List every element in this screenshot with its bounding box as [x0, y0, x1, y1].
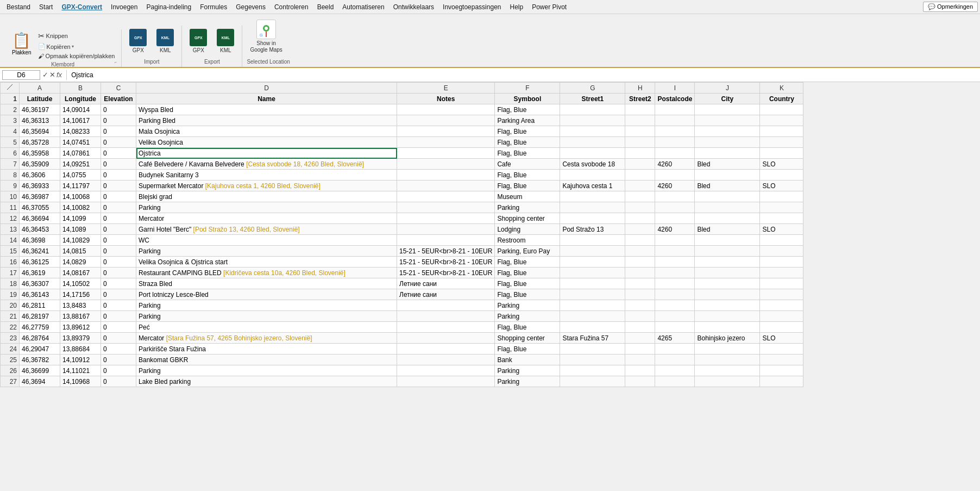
- cell-E22[interactable]: [397, 322, 495, 333]
- menu-help[interactable]: Help: [505, 2, 527, 12]
- cell-J20[interactable]: [695, 300, 760, 311]
- cell-E9[interactable]: [397, 181, 495, 191]
- cell-I5[interactable]: [655, 137, 695, 148]
- cell-D27[interactable]: Lake Bled parking: [136, 376, 397, 387]
- cell-D21[interactable]: Parking: [136, 311, 397, 322]
- cell-A13[interactable]: 46,36453: [20, 224, 60, 235]
- menu-controleren[interactable]: Controleren: [270, 2, 313, 12]
- cell-K5[interactable]: [760, 137, 803, 148]
- cell-C12[interactable]: 0: [101, 213, 136, 224]
- cell-F15[interactable]: Parking, Euro Pay: [495, 246, 560, 257]
- cell-F5[interactable]: Flag, Blue: [495, 137, 560, 148]
- cell-E4[interactable]: [397, 126, 495, 137]
- col-header-B[interactable]: B: [60, 83, 101, 94]
- cell-H10[interactable]: [625, 191, 655, 202]
- cell-K13[interactable]: SLO: [760, 224, 803, 235]
- cell-F21[interactable]: Parking: [495, 311, 560, 322]
- col-header-D[interactable]: D: [136, 83, 397, 94]
- cell-B4[interactable]: 14,08233: [60, 126, 101, 137]
- cell-J10[interactable]: [695, 191, 760, 202]
- cell-K19[interactable]: [760, 289, 803, 300]
- cell-A17[interactable]: 46,3619: [20, 268, 60, 278]
- cell-H13[interactable]: [625, 224, 655, 235]
- cell-J18[interactable]: [695, 278, 760, 289]
- cell-A23[interactable]: 46,28764: [20, 333, 60, 344]
- cell-C10[interactable]: 0: [101, 191, 136, 202]
- cell-I15[interactable]: [655, 246, 695, 257]
- cell-G7[interactable]: Cesta svobode 18: [560, 159, 625, 170]
- show-google-maps-button[interactable]: G Show in Google Maps: [247, 17, 285, 55]
- cell-B13[interactable]: 14,1089: [60, 224, 101, 235]
- menu-gegevens[interactable]: Gegevens: [231, 2, 270, 12]
- cell-E18[interactable]: Летние сани: [397, 278, 495, 289]
- cell-B21[interactable]: 13,88167: [60, 311, 101, 322]
- cell-C14[interactable]: 0: [101, 235, 136, 246]
- cell-E10[interactable]: [397, 191, 495, 202]
- cell-K15[interactable]: [760, 246, 803, 257]
- col-header-K[interactable]: K: [760, 83, 803, 94]
- cell-F13[interactable]: Lodging: [495, 224, 560, 235]
- cell-I19[interactable]: [655, 289, 695, 300]
- cell-A19[interactable]: 46,36143: [20, 289, 60, 300]
- cell-B22[interactable]: 13,89612: [60, 322, 101, 333]
- cell-F25[interactable]: Bank: [495, 355, 560, 365]
- menu-automatiseren[interactable]: Automatiseren: [338, 2, 388, 12]
- col-header-E[interactable]: E: [397, 83, 495, 94]
- cell-K14[interactable]: [760, 235, 803, 246]
- col-header-J[interactable]: J: [695, 83, 760, 94]
- cell-C27[interactable]: 0: [101, 376, 136, 387]
- cell-E20[interactable]: [397, 300, 495, 311]
- cell-G6[interactable]: [560, 148, 625, 159]
- cell-J14[interactable]: [695, 235, 760, 246]
- gpx-export-button[interactable]: GPX GPX: [186, 27, 210, 55]
- opmaak-button[interactable]: 🖌 Opmaak kopiëren/plakken: [36, 52, 117, 60]
- cell-J23[interactable]: Bohinjsko jezero: [695, 333, 760, 344]
- cell-G21[interactable]: [560, 311, 625, 322]
- cell-F26[interactable]: Parking: [495, 365, 560, 376]
- menu-ontwikkelaars[interactable]: Ontwikkelaars: [389, 2, 438, 12]
- cell-E3[interactable]: [397, 115, 495, 126]
- cell-G24[interactable]: [560, 344, 625, 355]
- cell-H18[interactable]: [625, 278, 655, 289]
- formula-input[interactable]: [71, 71, 978, 79]
- cell-J12[interactable]: [695, 213, 760, 224]
- cell-K10[interactable]: [760, 191, 803, 202]
- cell-G2[interactable]: [560, 104, 625, 115]
- cell-C26[interactable]: 0: [101, 365, 136, 376]
- cell-E26[interactable]: [397, 365, 495, 376]
- cell-E21[interactable]: [397, 311, 495, 322]
- cell-C3[interactable]: 0: [101, 115, 136, 126]
- cell-E13[interactable]: [397, 224, 495, 235]
- cell-G10[interactable]: [560, 191, 625, 202]
- cell-E24[interactable]: [397, 344, 495, 355]
- cell-J17[interactable]: [695, 268, 760, 278]
- cell-C11[interactable]: 0: [101, 202, 136, 213]
- cell-F2[interactable]: Flag, Blue: [495, 104, 560, 115]
- cell-I4[interactable]: [655, 126, 695, 137]
- cell-D12[interactable]: Mercator: [136, 213, 397, 224]
- menu-start[interactable]: Start: [35, 2, 57, 12]
- cell-B24[interactable]: 13,88684: [60, 344, 101, 355]
- cell-C17[interactable]: 0: [101, 268, 136, 278]
- cell-B17[interactable]: 14,08167: [60, 268, 101, 278]
- cell-C23[interactable]: 0: [101, 333, 136, 344]
- cell-C4[interactable]: 0: [101, 126, 136, 137]
- cell-A6[interactable]: 46,35958: [20, 148, 60, 159]
- cell-B23[interactable]: 13,89379: [60, 333, 101, 344]
- cell-F27[interactable]: Parking: [495, 376, 560, 387]
- cell-K16[interactable]: [760, 257, 803, 268]
- col-header-A[interactable]: A: [20, 83, 60, 94]
- cell-H14[interactable]: [625, 235, 655, 246]
- cell-J3[interactable]: [695, 115, 760, 126]
- cell-J11[interactable]: [695, 202, 760, 213]
- cell-H4[interactable]: [625, 126, 655, 137]
- cell-I14[interactable]: [655, 235, 695, 246]
- cell-K3[interactable]: [760, 115, 803, 126]
- cell-C8[interactable]: 0: [101, 170, 136, 181]
- knippen-button[interactable]: ✂ Knippen: [36, 30, 117, 41]
- cell-B16[interactable]: 14,0829: [60, 257, 101, 268]
- cell-C22[interactable]: 0: [101, 322, 136, 333]
- cell-A25[interactable]: 46,36782: [20, 355, 60, 365]
- cell-B27[interactable]: 14,10968: [60, 376, 101, 387]
- cell-A8[interactable]: 46,3606: [20, 170, 60, 181]
